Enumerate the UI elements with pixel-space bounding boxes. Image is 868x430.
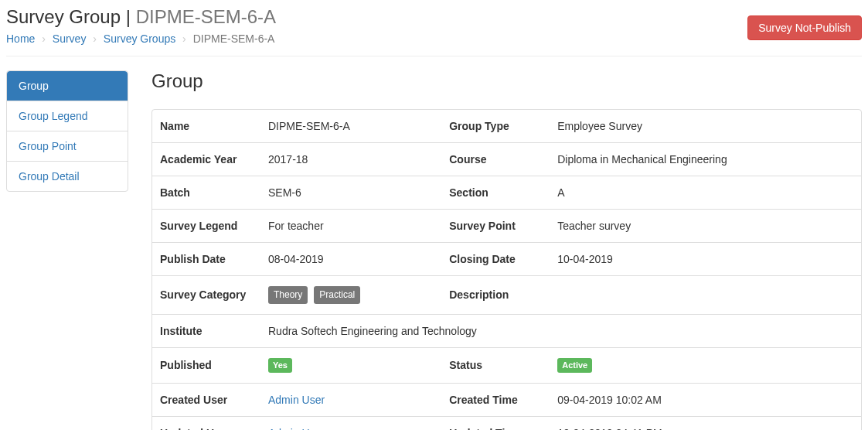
value-survey-point: Teacher survey <box>550 210 861 243</box>
breadcrumb-home[interactable]: Home <box>6 32 35 45</box>
value-institute: Rudra Softech Engineering and Technology <box>260 314 861 347</box>
breadcrumb-survey-groups[interactable]: Survey Groups <box>104 32 175 45</box>
label-created-user: Created User <box>152 384 260 417</box>
label-institute: Institute <box>152 314 260 347</box>
survey-not-publish-button[interactable]: Survey Not-Publish <box>747 15 862 40</box>
label-published: Published <box>152 347 260 383</box>
label-created-time: Created Time <box>441 384 550 417</box>
value-published: Yes <box>260 347 441 383</box>
section-title: Group <box>151 70 862 92</box>
table-row: Publish Date 08-04-2019 Closing Date 10-… <box>152 243 861 276</box>
label-publish-date: Publish Date <box>152 243 260 276</box>
label-batch: Batch <box>152 176 260 210</box>
status-badge: Active <box>557 358 592 373</box>
label-survey-point: Survey Point <box>441 210 550 243</box>
created-user-link[interactable]: Admin User <box>268 394 325 406</box>
value-survey-category: Theory Practical <box>260 276 441 315</box>
table-row: Updated User Admin User Updated Time 10-… <box>152 417 861 430</box>
value-updated-user: Admin User <box>260 417 441 430</box>
value-section: A <box>550 176 861 210</box>
label-closing-date: Closing Date <box>441 243 550 276</box>
breadcrumb-sep: › <box>89 32 100 45</box>
label-section: Section <box>441 176 550 210</box>
category-badge-practical: Practical <box>314 286 360 304</box>
detail-table: Name DIPME-SEM-6-A Group Type Employee S… <box>152 110 861 430</box>
table-row: Institute Rudra Softech Engineering and … <box>152 314 861 347</box>
label-status: Status <box>441 347 550 383</box>
value-description <box>550 276 861 315</box>
value-group-type: Employee Survey <box>550 110 861 143</box>
sidebar-nav: Group Group Legend Group Point Group Det… <box>6 70 128 192</box>
title-sep: | <box>121 6 136 27</box>
detail-panel: Name DIPME-SEM-6-A Group Type Employee S… <box>151 109 862 430</box>
value-batch: SEM-6 <box>260 176 441 210</box>
label-name: Name <box>152 110 260 143</box>
breadcrumb-sep: › <box>38 32 49 45</box>
sidebar-item-group-point[interactable]: Group Point <box>7 131 128 161</box>
label-survey-legend: Survey Legend <box>152 210 260 243</box>
value-course: Diploma in Mechanical Engineering <box>550 143 861 176</box>
sidebar-item-group[interactable]: Group <box>7 71 128 101</box>
published-badge: Yes <box>268 358 292 373</box>
label-updated-time: Updated Time <box>441 417 550 430</box>
table-row: Academic Year 2017-18 Course Diploma in … <box>152 143 861 176</box>
table-row: Survey Category Theory Practical Descrip… <box>152 276 861 315</box>
breadcrumb-sep: › <box>179 32 190 45</box>
sidebar-item-group-detail[interactable]: Group Detail <box>7 162 128 191</box>
value-academic-year: 2017-18 <box>260 143 441 176</box>
layout: Group Group Legend Group Point Group Det… <box>6 70 862 430</box>
value-updated-time: 10-04-2019 04:41 PM <box>550 417 861 430</box>
label-academic-year: Academic Year <box>152 143 260 176</box>
breadcrumb-current: DIPME-SEM-6-A <box>193 32 275 45</box>
title-prefix: Survey Group <box>6 6 121 27</box>
label-survey-category: Survey Category <box>152 276 260 315</box>
category-badge-theory: Theory <box>268 286 308 304</box>
page-title: Survey Group | DIPME-SEM-6-A <box>6 6 276 28</box>
value-publish-date: 08-04-2019 <box>260 243 441 276</box>
value-status: Active <box>550 347 861 383</box>
value-created-user: Admin User <box>260 384 441 417</box>
value-closing-date: 10-04-2019 <box>550 243 861 276</box>
table-row: Published Yes Status Active <box>152 347 861 383</box>
updated-user-link[interactable]: Admin User <box>268 427 325 430</box>
label-course: Course <box>441 143 550 176</box>
table-row: Batch SEM-6 Section A <box>152 176 861 210</box>
value-survey-legend: For teacher <box>260 210 441 243</box>
label-description: Description <box>441 276 550 315</box>
title-block: Survey Group | DIPME-SEM-6-A Home › Surv… <box>6 6 276 45</box>
content: Group Name DIPME-SEM-6-A Group Type Empl… <box>151 70 862 430</box>
value-name: DIPME-SEM-6-A <box>260 110 441 143</box>
sidebar-item-group-legend[interactable]: Group Legend <box>7 101 128 131</box>
label-group-type: Group Type <box>441 110 550 143</box>
table-row: Name DIPME-SEM-6-A Group Type Employee S… <box>152 110 861 143</box>
breadcrumb-survey[interactable]: Survey <box>53 32 87 45</box>
table-row: Survey Legend For teacher Survey Point T… <box>152 210 861 243</box>
label-updated-user: Updated User <box>152 417 260 430</box>
sidebar: Group Group Legend Group Point Group Det… <box>6 70 128 430</box>
title-sub: DIPME-SEM-6-A <box>136 6 276 27</box>
breadcrumb: Home › Survey › Survey Groups › DIPME-SE… <box>6 32 276 45</box>
value-created-time: 09-04-2019 10:02 AM <box>550 384 861 417</box>
page-header: Survey Group | DIPME-SEM-6-A Home › Surv… <box>6 6 862 56</box>
table-row: Created User Admin User Created Time 09-… <box>152 384 861 417</box>
